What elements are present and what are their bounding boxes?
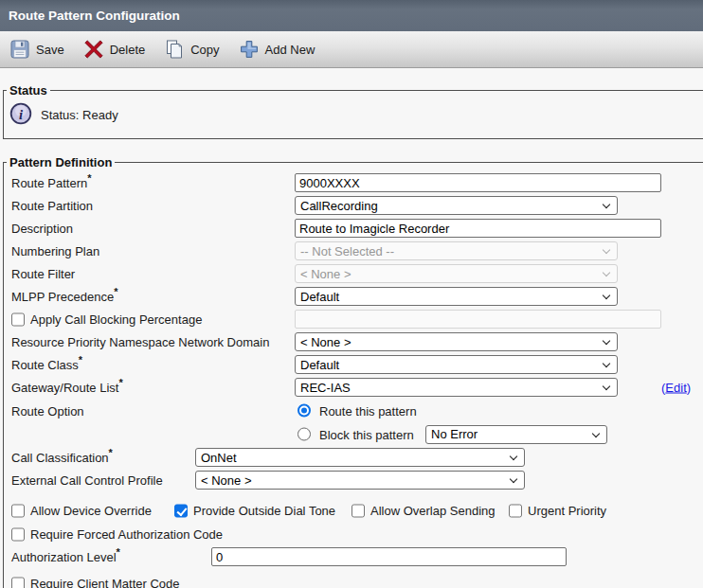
urgent-priority-checkbox[interactable] xyxy=(509,504,522,517)
call-classification-row: Call Classification* OnNet xyxy=(4,446,703,469)
external-call-control-value: < None > xyxy=(201,473,252,488)
apply-call-blocking-checkbox[interactable] xyxy=(11,312,25,326)
chevron-down-icon xyxy=(603,337,610,345)
mlpp-precedence-row: MLPP Precedence* Default xyxy=(4,285,703,308)
route-filter-value: < None > xyxy=(300,267,352,281)
save-button-label: Save xyxy=(36,43,64,57)
description-label: Description xyxy=(11,222,73,236)
require-fac-checkbox[interactable] xyxy=(11,527,25,541)
call-classification-label: Call Classification* xyxy=(11,451,113,465)
resource-priority-select[interactable]: < None > xyxy=(295,332,618,351)
delete-icon xyxy=(84,40,103,59)
require-cmc-row: Require Client Matter Code xyxy=(4,572,703,588)
block-this-pattern-option: Block this pattern xyxy=(297,427,414,441)
call-blocking-percentage-input xyxy=(295,310,661,329)
authorization-level-label: Authorization Level* xyxy=(11,550,120,564)
chevron-down-icon xyxy=(603,360,610,367)
required-marker: * xyxy=(114,286,117,297)
call-classification-select[interactable]: OnNet xyxy=(195,448,525,467)
allow-device-override-checkbox[interactable] xyxy=(11,504,25,517)
route-partition-value: CallRecording xyxy=(300,199,378,213)
provide-outside-dial-tone-checkbox[interactable] xyxy=(174,504,188,517)
apply-call-blocking-label: Apply Call Blocking Percentage xyxy=(30,312,202,327)
option-checkboxes-row: Allow Device Override Provide Outside Di… xyxy=(4,498,703,523)
route-class-select[interactable]: Default xyxy=(295,355,618,374)
pattern-definition-legend: Pattern Definition xyxy=(7,155,115,169)
add-new-button-label: Add New xyxy=(265,43,315,57)
require-fac-row: Require Forced Authorization Code xyxy=(4,523,703,545)
external-call-control-select[interactable]: < None > xyxy=(195,471,525,490)
save-button[interactable]: Save xyxy=(10,40,64,59)
numbering-plan-select: -- Not Selected -- xyxy=(295,241,618,260)
description-row: Description xyxy=(4,217,703,240)
route-class-value: Default xyxy=(300,358,339,372)
apply-call-blocking-row: Apply Call Blocking Percentage xyxy=(4,308,703,330)
route-partition-select[interactable]: CallRecording xyxy=(295,196,618,215)
status-legend: Status xyxy=(7,83,50,98)
route-pattern-input[interactable] xyxy=(295,173,661,192)
route-partition-row: Route Partition CallRecording xyxy=(4,194,703,217)
allow-overlap-sending-checkbox[interactable] xyxy=(352,504,365,517)
status-text: Status: Ready xyxy=(41,108,118,122)
require-cmc-checkbox[interactable] xyxy=(11,577,25,588)
block-reason-select[interactable]: No Error xyxy=(425,425,607,444)
route-this-pattern-radio[interactable] xyxy=(297,404,311,418)
gateway-edit-link[interactable]: (Edit) xyxy=(661,381,691,395)
route-partition-label: Route Partition xyxy=(11,199,93,213)
allow-device-override-item: Allow Device Override xyxy=(11,504,152,518)
mlpp-precedence-select[interactable]: Default xyxy=(295,287,618,306)
add-new-button[interactable]: Add New xyxy=(240,40,315,59)
required-marker: * xyxy=(109,447,113,458)
copy-icon xyxy=(165,40,184,59)
route-option-row: Route Option Route this pattern xyxy=(4,399,703,422)
resource-priority-value: < None > xyxy=(300,335,352,349)
info-icon: i xyxy=(9,102,32,128)
copy-button-label: Copy xyxy=(190,43,219,57)
provide-outside-dial-tone-item: Provide Outside Dial Tone xyxy=(174,504,335,518)
block-this-pattern-label: Block this pattern xyxy=(319,427,414,441)
chevron-down-icon xyxy=(510,475,517,483)
description-input[interactable] xyxy=(295,219,661,238)
chevron-down-icon xyxy=(603,201,610,208)
route-filter-select: < None > xyxy=(295,264,618,283)
block-this-pattern-radio[interactable] xyxy=(297,428,311,441)
page-title-bar: Route Pattern Configuration xyxy=(0,0,703,31)
svg-text:i: i xyxy=(19,107,23,122)
authorization-level-input[interactable] xyxy=(211,547,567,566)
chevron-down-icon xyxy=(603,292,610,299)
chevron-down-icon xyxy=(510,453,517,460)
route-pattern-row: Route Pattern* xyxy=(4,171,703,194)
pattern-definition-section: Pattern Definition Route Pattern* Route … xyxy=(3,155,703,588)
numbering-plan-row: Numbering Plan -- Not Selected -- xyxy=(4,240,703,262)
route-class-label: Route Class* xyxy=(11,358,82,372)
route-pattern-label: Route Pattern* xyxy=(11,176,92,190)
resource-priority-label: Resource Priority Namespace Network Doma… xyxy=(11,335,269,349)
resource-priority-row: Resource Priority Namespace Network Doma… xyxy=(4,330,703,353)
chevron-down-icon xyxy=(603,246,610,254)
gateway-route-list-select[interactable]: REC-IAS xyxy=(295,378,618,397)
numbering-plan-label: Numbering Plan xyxy=(11,244,99,258)
block-reason-value: No Error xyxy=(431,427,478,441)
route-this-pattern-label: Route this pattern xyxy=(319,403,417,418)
edit-link-text: Edit xyxy=(665,381,686,395)
require-fac-label: Require Forced Authorization Code xyxy=(30,527,223,542)
call-classification-value: OnNet xyxy=(201,451,237,465)
allow-overlap-sending-item: Allow Overlap Sending xyxy=(352,504,496,518)
chevron-down-icon xyxy=(603,269,610,276)
toolbar: Save Delete Copy Add New xyxy=(0,31,703,68)
required-marker: * xyxy=(79,354,82,365)
urgent-priority-label: Urgent Priority xyxy=(528,504,606,518)
allow-device-override-label: Allow Device Override xyxy=(30,504,152,518)
block-option-row: Block this pattern No Error xyxy=(4,422,703,446)
add-new-icon xyxy=(240,40,259,59)
urgent-priority-item: Urgent Priority xyxy=(509,504,606,518)
route-option-label: Route Option xyxy=(11,403,84,418)
mlpp-precedence-label: MLPP Precedence* xyxy=(11,290,117,304)
numbering-plan-value: -- Not Selected -- xyxy=(300,244,394,258)
authorization-level-row: Authorization Level* xyxy=(4,545,703,568)
allow-overlap-sending-label: Allow Overlap Sending xyxy=(370,504,496,518)
delete-button[interactable]: Delete xyxy=(84,40,146,59)
copy-button[interactable]: Copy xyxy=(165,40,219,59)
page-title: Route Pattern Configuration xyxy=(9,9,180,23)
route-filter-row: Route Filter < None > xyxy=(4,262,703,285)
